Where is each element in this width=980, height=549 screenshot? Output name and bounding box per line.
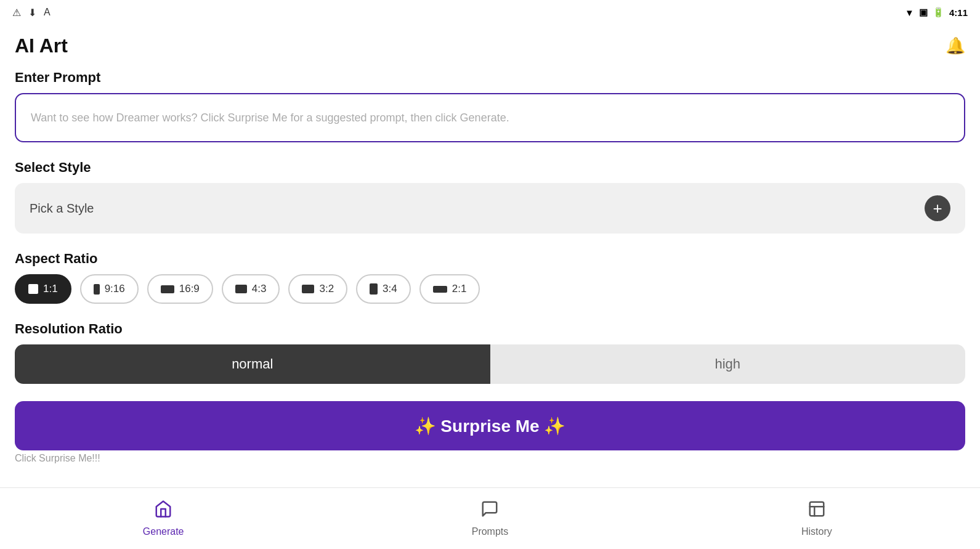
nav-item-prompts[interactable]: Prompts	[326, 500, 653, 537]
status-icons-left: ⚠ ⬇ A	[12, 7, 51, 18]
ratio-icon-2-1	[433, 286, 447, 293]
aspect-ratio-label: Aspect Ratio	[15, 251, 965, 267]
surprise-hint: Click Surprise Me!!!	[15, 450, 965, 466]
prompt-section: Enter Prompt	[15, 70, 965, 142]
ratio-label: 4:3	[252, 283, 267, 295]
warning-icon: ⚠	[12, 7, 21, 18]
prompt-label: Enter Prompt	[15, 70, 965, 86]
prompt-input[interactable]	[15, 93, 965, 142]
ratio-icon-3-4	[370, 283, 378, 295]
ratio-btn-1-1[interactable]: 1:1	[15, 274, 71, 304]
nav-icon-prompts	[480, 500, 499, 523]
main-content: AI Art 🔔 Enter Prompt Select Style Pick …	[0, 25, 980, 500]
resolution-toggle: normalhigh	[15, 344, 965, 384]
app-title: AI Art	[15, 35, 68, 57]
ratio-btn-9-16[interactable]: 9:16	[80, 274, 139, 304]
nav-icon-history	[808, 500, 826, 523]
res-btn-high[interactable]: high	[490, 344, 966, 384]
res-btn-normal[interactable]: normal	[15, 344, 490, 384]
ratio-label: 3:4	[383, 283, 397, 295]
ratio-icon-9-16	[94, 284, 100, 295]
surprise-section: ✨ Surprise Me ✨ Click Surprise Me!!!	[15, 401, 965, 466]
style-label: Select Style	[15, 160, 965, 176]
style-section: Select Style Pick a Style +	[15, 160, 965, 234]
status-icons-right: ▼ ▣ 🔋 4:11	[905, 7, 968, 18]
surprise-me-label: ✨ Surprise Me ✨	[415, 416, 566, 436]
ratio-label: 9:16	[105, 283, 125, 295]
ratio-icon-3-2	[302, 285, 314, 293]
nav-item-history[interactable]: History	[654, 500, 980, 537]
aspect-ratio-buttons: 1:19:1616:94:33:23:42:1	[15, 274, 965, 304]
surprise-me-button[interactable]: ✨ Surprise Me ✨	[15, 401, 965, 450]
wifi-icon: ▼	[905, 7, 914, 18]
ratio-icon-16-9	[161, 285, 174, 293]
ratio-btn-4-3[interactable]: 4:3	[222, 274, 280, 304]
ratio-btn-3-4[interactable]: 3:4	[356, 274, 411, 304]
ratio-icon-4-3	[235, 285, 247, 293]
signal-icon: ▣	[919, 7, 928, 18]
svg-rect-0	[810, 502, 824, 516]
style-picker[interactable]: Pick a Style +	[15, 183, 965, 234]
aspect-ratio-section: Aspect Ratio 1:19:1616:94:33:23:42:1	[15, 251, 965, 304]
nav-label-history: History	[801, 526, 832, 537]
clock: 4:11	[949, 7, 968, 18]
ratio-btn-2-1[interactable]: 2:1	[419, 274, 480, 304]
add-style-button[interactable]: +	[925, 195, 950, 221]
ratio-btn-3-2[interactable]: 3:2	[288, 274, 347, 304]
nav-label-generate: Generate	[143, 526, 184, 537]
ratio-label: 2:1	[452, 283, 467, 295]
style-picker-text: Pick a Style	[30, 201, 94, 216]
nav-item-generate[interactable]: Generate	[0, 500, 326, 537]
battery-icon: 🔋	[933, 7, 944, 18]
download-icon: ⬇	[28, 7, 36, 18]
nav-icon-generate	[154, 500, 172, 523]
bottom-nav: GeneratePromptsHistory	[0, 487, 980, 549]
ratio-label: 16:9	[179, 283, 200, 295]
ratio-label: 3:2	[319, 283, 334, 295]
nav-label-prompts: Prompts	[472, 526, 509, 537]
status-bar: ⚠ ⬇ A ▼ ▣ 🔋 4:11	[0, 0, 980, 25]
resolution-label: Resolution Ratio	[15, 321, 965, 337]
ratio-btn-16-9[interactable]: 16:9	[147, 274, 213, 304]
bell-icon[interactable]: 🔔	[946, 36, 965, 55]
font-icon: A	[44, 7, 51, 18]
ratio-icon-1-1	[28, 284, 38, 294]
resolution-section: Resolution Ratio normalhigh	[15, 321, 965, 384]
ratio-label: 1:1	[43, 283, 58, 295]
app-title-bar: AI Art 🔔	[15, 25, 965, 70]
